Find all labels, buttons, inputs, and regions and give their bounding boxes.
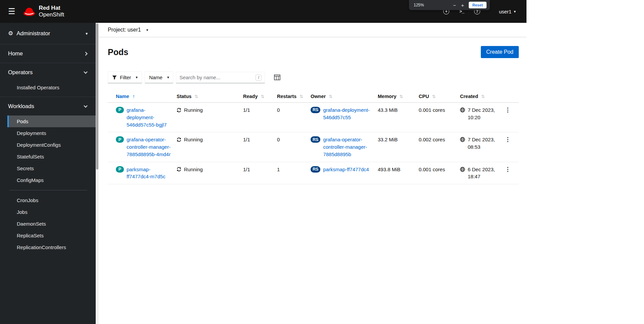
restarts-value: 0: [277, 103, 311, 132]
brand-logo[interactable]: Red Hat OpenShift: [23, 5, 64, 18]
sidebar-item-replicationcontrollers[interactable]: ReplicationControllers: [7, 241, 96, 253]
sort-icon: ⇅: [261, 94, 265, 99]
globe-icon: [460, 167, 465, 172]
kebab-menu-button[interactable]: ⋮: [502, 136, 513, 143]
pod-name-link[interactable]: grafana-deployment-546dd57c55-bgjl7: [127, 106, 171, 128]
sort-icon: ⇅: [300, 94, 303, 99]
restarts-value: 1: [277, 162, 311, 184]
ready-value: 1/1: [243, 132, 277, 162]
project-selector[interactable]: Project: user1: [108, 27, 141, 33]
search-input[interactable]: [179, 75, 256, 80]
user-menu[interactable]: user1 ▾: [499, 9, 516, 14]
filter-dropdown-label: Filter: [120, 75, 131, 80]
pod-badge: P: [116, 107, 124, 113]
sidebar-item-workloads[interactable]: Workloads: [0, 97, 96, 115]
pod-name-link[interactable]: parksmap-ff7477dc4-m7d5c: [127, 166, 171, 181]
sidebar-item-secrets[interactable]: Secrets: [7, 163, 96, 174]
cpu-value: 0.001 cores: [419, 103, 460, 132]
column-header-restarts[interactable]: Restarts⇅: [277, 91, 311, 103]
owner-link[interactable]: grafana-deployment-546dd57c55: [323, 106, 372, 121]
perspective-switcher[interactable]: ⚙ Administrator ▾: [0, 23, 96, 44]
sidebar-item-configmaps[interactable]: ConfigMaps: [7, 174, 96, 186]
columns-icon: [274, 75, 280, 80]
sidebar-item-jobs[interactable]: Jobs: [7, 206, 96, 218]
column-header-name[interactable]: Name↑: [108, 91, 177, 103]
perspective-label: Administrator: [16, 30, 50, 37]
sidebar-item-label: Operators: [8, 69, 33, 76]
caret-down-icon[interactable]: ▾: [146, 28, 148, 32]
sidebar-item-cronjobs[interactable]: CronJobs: [7, 194, 96, 206]
create-pod-button[interactable]: Create Pod: [481, 46, 519, 58]
caret-down-icon: ▾: [136, 75, 138, 80]
restarts-value: 0: [277, 132, 311, 162]
created-timestamp: 7 Dec 2023, 10:20: [468, 106, 497, 121]
manage-columns-button[interactable]: [274, 75, 280, 80]
sidebar-item-daemonsets[interactable]: DaemonSets: [7, 218, 96, 230]
sidebar-item-deployments[interactable]: Deployments: [7, 127, 96, 139]
sidebar-item-installed-operators[interactable]: Installed Operators: [7, 82, 96, 93]
gear-icon: ⚙: [8, 30, 13, 37]
cpu-value: 0.001 cores: [419, 162, 460, 184]
brand-line2: OpenShift: [39, 11, 64, 18]
sidebar-nav: ⚙ Administrator ▾ Home Operators Install…: [0, 23, 96, 324]
sidebar-item-label: Workloads: [8, 103, 34, 109]
memory-value: 43.3 MiB: [378, 103, 419, 132]
sidebar-item-replicasets[interactable]: ReplicaSets: [7, 230, 96, 241]
column-header-owner[interactable]: Owner⇅: [311, 91, 378, 103]
table-row: P grafana-deployment-546dd57c55-bgjl7 Ru…: [108, 103, 519, 132]
pod-badge: P: [116, 166, 124, 173]
running-sync-icon: [177, 137, 181, 142]
status-text: Running: [184, 166, 203, 173]
memory-value: 33.2 MiB: [378, 132, 419, 162]
replicaset-badge: RS: [311, 136, 320, 143]
pod-badge: P: [116, 136, 124, 143]
filter-toolbar: Filter ▾ Name ▾ /: [108, 72, 519, 83]
column-header-cpu[interactable]: CPU⇅: [419, 91, 460, 103]
filter-attribute-label: Name: [149, 75, 163, 80]
main-content: Project: user1 ▾ Pods Create Pod Filter …: [99, 23, 526, 324]
pod-name-link[interactable]: grafana-operator-controller-manager-7885…: [127, 136, 171, 158]
filter-attribute-dropdown[interactable]: Name ▾: [145, 72, 174, 83]
running-sync-icon: [177, 167, 181, 172]
filter-dropdown[interactable]: Filter ▾: [108, 72, 142, 83]
owner-link[interactable]: grafana-operator-controller-manager-7885…: [323, 136, 372, 158]
sidebar-item-home[interactable]: Home: [0, 44, 96, 63]
replicaset-badge: RS: [311, 166, 320, 173]
user-menu-label: user1: [499, 9, 512, 14]
chevron-down-icon: [84, 104, 87, 107]
sidebar-item-deploymentconfigs[interactable]: DeploymentConfigs: [7, 139, 96, 151]
sidebar-scrollbar[interactable]: [96, 23, 99, 324]
brand-text: Red Hat OpenShift: [39, 5, 64, 18]
globe-icon: [460, 107, 465, 112]
owner-link[interactable]: parksmap-ff7477dc4: [323, 166, 369, 173]
globe-icon: [460, 137, 465, 142]
hamburger-menu-icon[interactable]: ☰: [0, 0, 23, 23]
column-header-status[interactable]: Status⇅: [177, 91, 243, 103]
sidebar-item-label: Home: [8, 50, 23, 57]
sort-icon: ⇅: [194, 94, 198, 99]
sidebar-item-statefulsets[interactable]: StatefulSets: [7, 151, 96, 163]
red-hat-fedora-icon: [23, 7, 36, 16]
sort-icon: ⇅: [432, 94, 436, 99]
chevron-down-icon: [84, 70, 87, 74]
column-header-memory[interactable]: Memory⇅: [378, 91, 419, 103]
created-timestamp: 6 Dec 2023, 18:47: [468, 166, 497, 181]
kebab-menu-button[interactable]: ⋮: [502, 107, 513, 113]
sidebar-item-operators[interactable]: Operators: [0, 63, 96, 82]
caret-down-icon: ▾: [167, 75, 169, 80]
caret-down-icon: ▾: [514, 9, 516, 14]
sidebar-item-pods[interactable]: Pods: [7, 115, 96, 127]
zoom-reset-button[interactable]: Reset: [469, 2, 487, 8]
kebab-menu-button[interactable]: ⋮: [502, 166, 513, 173]
table-row: P grafana-operator-controller-manager-78…: [108, 132, 519, 162]
pods-table: Name↑ Status⇅ Ready⇅ Restarts⇅ Owner⇅: [108, 91, 519, 184]
page-header: Pods Create Pod: [99, 37, 526, 58]
sort-icon: ⇅: [481, 94, 485, 99]
scrollbar-thumb[interactable]: [96, 24, 98, 170]
zoom-level: 125%: [414, 3, 424, 7]
chevron-right-icon: [84, 52, 87, 55]
column-header-created[interactable]: Created⇅: [460, 91, 502, 103]
column-header-ready[interactable]: Ready⇅: [243, 91, 277, 103]
zoom-in-button[interactable]: +: [459, 2, 467, 8]
zoom-out-button[interactable]: −: [451, 2, 459, 8]
